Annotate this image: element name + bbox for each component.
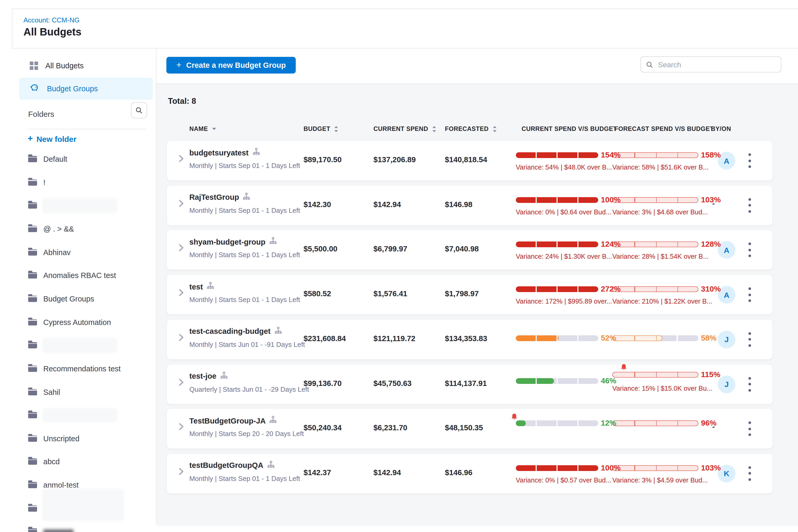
- caret-down-icon: [211, 127, 216, 130]
- folder-item[interactable]: Budget Groups: [28, 292, 94, 305]
- account-breadcrumb[interactable]: Account: CCM-NG: [23, 16, 79, 24]
- row-menu-button[interactable]: [746, 421, 753, 436]
- table-row[interactable]: testBudgetGroupQA Monthly | Starts Sep 0…: [167, 454, 773, 493]
- row-menu-button[interactable]: [746, 466, 753, 481]
- folder-name: abcd: [43, 458, 60, 466]
- table-row[interactable]: test Monthly | Starts Sep 01 - 1 Days Le…: [167, 275, 773, 315]
- folder-item-redacted[interactable]: [28, 339, 116, 352]
- sidebar: All Budgets Budget Groups Folders + New …: [12, 49, 156, 524]
- sort-icon: [492, 126, 497, 132]
- folder-item[interactable]: @ . > &&: [28, 223, 74, 235]
- bar-segment: [537, 465, 556, 471]
- budget-group-schedule: Monthly | Starts Sep 01 - 1 Days Left: [189, 475, 300, 482]
- search-input[interactable]: [657, 60, 776, 69]
- folder-item-redacted[interactable]: [28, 502, 123, 515]
- bar-segment: [558, 335, 577, 341]
- variance-label: Variance: 58% | $51.6K over B...: [612, 163, 708, 171]
- bar-divider: [656, 197, 657, 202]
- row-menu-button[interactable]: [746, 377, 753, 392]
- expand-chevron-icon[interactable]: [178, 288, 186, 299]
- folder-item-redacted[interactable]: [28, 200, 116, 212]
- budget-group-schedule: Monthly | Starts Sep 20 - 20 Days Left: [189, 430, 304, 438]
- folder-icon: [28, 272, 37, 279]
- folder-icon: [28, 156, 37, 162]
- forecasted-value: $146.96: [445, 468, 510, 477]
- expand-chevron-icon[interactable]: [178, 154, 186, 165]
- current-spend-value: $142.94: [374, 468, 439, 477]
- folder-item[interactable]: Recommendations test: [28, 362, 121, 375]
- bar-segment: [558, 286, 577, 292]
- folder-item[interactable]: Sahil: [28, 386, 60, 398]
- bar-segment: [537, 242, 556, 247]
- folder-item[interactable]: !: [28, 176, 45, 189]
- folder-item[interactable]: abcd: [28, 456, 60, 468]
- bar-fill: [516, 286, 598, 292]
- create-budget-group-button[interactable]: + Create a new Budget Group: [166, 57, 296, 74]
- table-row[interactable]: shyam-budget-group Monthly | Starts Sep …: [167, 230, 773, 270]
- row-menu-button[interactable]: [746, 153, 753, 168]
- budget-group-name: test: [189, 282, 203, 291]
- budget-value: $580.52: [304, 289, 369, 298]
- folder-search-button[interactable]: [131, 102, 147, 118]
- grid-icon: [30, 61, 38, 70]
- bar-divider: [656, 466, 657, 471]
- table-row[interactable]: budgetsuryatest Monthly | Starts Sep 01 …: [167, 141, 773, 180]
- bar-outline-fill: [612, 152, 698, 158]
- row-menu-button[interactable]: [746, 243, 753, 258]
- folder-name: Cypress Automation: [43, 318, 111, 326]
- bar-segment: [579, 335, 598, 341]
- column-header-budget[interactable]: BUDGET: [304, 125, 339, 132]
- folder-name: anmol-test: [43, 481, 78, 489]
- sidebar-item-budget-groups[interactable]: Budget Groups: [19, 78, 153, 100]
- bar-outline-fill: [612, 465, 698, 471]
- column-header-forecasted[interactable]: FORECASTED: [445, 125, 497, 132]
- folder-item[interactable]: Cypress Automation: [28, 316, 111, 328]
- expand-chevron-icon[interactable]: [178, 244, 186, 254]
- hierarchy-icon: [220, 371, 228, 381]
- expand-chevron-icon[interactable]: [178, 378, 186, 388]
- avatar[interactable]: J: [718, 375, 736, 393]
- row-menu-button[interactable]: [746, 287, 753, 302]
- bar-segments: [516, 335, 558, 341]
- column-header-current-spend[interactable]: CURRENT SPEND: [374, 125, 437, 132]
- table-row[interactable]: test-cascading-budget Monthly | Starts J…: [167, 320, 773, 359]
- folder-item-redacted[interactable]: [28, 526, 74, 532]
- folder-item[interactable]: Unscripted: [28, 432, 79, 445]
- expand-chevron-icon[interactable]: [178, 422, 186, 433]
- bar-segment: [579, 465, 598, 471]
- folder-item[interactable]: Default: [28, 153, 67, 165]
- folder-icon: [28, 179, 37, 185]
- bar-fill: [516, 242, 598, 247]
- bar-fill: [516, 335, 558, 341]
- bar-percent-label: 154%: [601, 151, 621, 159]
- bar-percent-label: 272%: [601, 285, 621, 293]
- bar-segments: [516, 378, 554, 384]
- expand-chevron-icon[interactable]: [178, 199, 186, 209]
- budget-group-schedule: Monthly | Starts Sep 01 - 1 Days Left: [189, 251, 300, 259]
- expand-chevron-icon[interactable]: [178, 333, 186, 344]
- column-header-name[interactable]: NAME: [189, 125, 216, 132]
- expand-chevron-icon[interactable]: [178, 467, 186, 478]
- row-menu-button[interactable]: [746, 332, 753, 347]
- folder-item[interactable]: Anomalies RBAC test: [28, 269, 116, 282]
- folder-name: Recommendations test: [43, 365, 121, 373]
- table-row[interactable]: TestBudgetGroup-JA Monthly | Starts Sep …: [167, 409, 773, 449]
- current-vs-budget-bar: [516, 152, 598, 158]
- current-spend-value: $6,231.70: [374, 423, 439, 432]
- table-row[interactable]: test-joe Quarterly | Starts Jun 01 - -29…: [167, 364, 773, 404]
- budget-group-name: shyam-budget-group: [189, 238, 265, 246]
- bar-divider: [678, 153, 678, 157]
- bar-segment: [537, 152, 556, 158]
- folder-item[interactable]: Abhinav: [28, 246, 71, 259]
- forecast-vs-budget-bar: [612, 242, 698, 247]
- row-menu-button[interactable]: [746, 198, 753, 212]
- bar-segment: [558, 378, 577, 384]
- avatar[interactable]: J: [718, 331, 736, 348]
- sidebar-item-all-budgets[interactable]: All Budgets: [19, 55, 153, 77]
- bar-segments: [516, 286, 598, 292]
- new-folder-button[interactable]: + New folder: [27, 134, 76, 144]
- folder-item-redacted[interactable]: [28, 409, 116, 421]
- search-icon: [646, 61, 653, 68]
- redacted-folder-name: [43, 409, 116, 421]
- table-row[interactable]: RajTestGroup Monthly | Starts Sep 01 - 1…: [167, 185, 773, 225]
